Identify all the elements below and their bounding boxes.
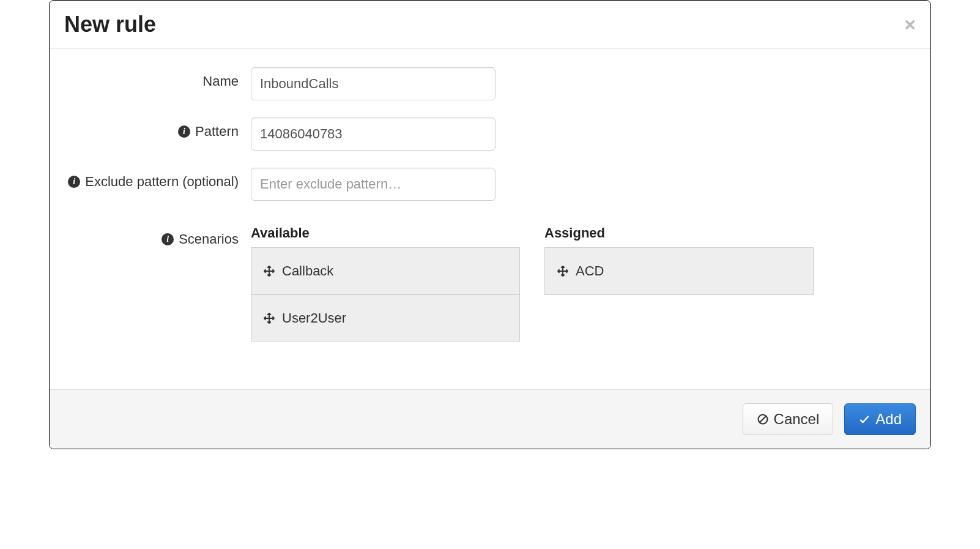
- form-row-exclude-pattern: i Exclude pattern (optional): [64, 168, 916, 201]
- modal-title: New rule: [64, 12, 156, 37]
- cancel-icon: [757, 413, 769, 425]
- form-row-name: Name: [64, 67, 916, 100]
- new-rule-modal: New rule × Name i Pattern i: [49, 0, 931, 449]
- modal-header: New rule ×: [50, 1, 930, 49]
- info-icon[interactable]: i: [68, 176, 80, 188]
- scenarios-container: Available Callback: [251, 225, 916, 342]
- close-icon[interactable]: ×: [904, 15, 916, 34]
- check-icon: [858, 413, 870, 425]
- modal-body: Name i Pattern i Exclude pattern (option…: [50, 49, 930, 389]
- pattern-label: i Pattern: [64, 118, 251, 141]
- scenario-item-user2user[interactable]: User2User: [251, 294, 519, 341]
- add-button[interactable]: Add: [844, 403, 916, 435]
- move-icon: [262, 312, 276, 325]
- scenario-item-acd[interactable]: ACD: [545, 248, 813, 294]
- form-row-pattern: i Pattern: [64, 118, 916, 151]
- available-column: Available Callback: [251, 225, 520, 342]
- form-row-scenarios: i Scenarios Available: [64, 225, 916, 342]
- exclude-pattern-label: i Exclude pattern (optional): [64, 168, 251, 192]
- scenario-item-label: User2User: [282, 310, 346, 326]
- exclude-pattern-input[interactable]: [251, 168, 496, 201]
- info-icon[interactable]: i: [161, 233, 174, 245]
- add-button-label: Add: [875, 411, 902, 428]
- move-icon: [556, 264, 570, 278]
- assigned-column: Assigned ACD: [544, 225, 814, 295]
- move-icon: [262, 264, 276, 278]
- scenario-item-callback[interactable]: Callback: [251, 248, 519, 294]
- available-list: Callback User2User: [251, 247, 520, 342]
- svg-line-1: [760, 416, 766, 422]
- scenario-item-label: Callback: [282, 263, 333, 279]
- name-label: Name: [64, 67, 251, 91]
- scenarios-label: i Scenarios: [64, 225, 251, 249]
- assigned-header: Assigned: [544, 225, 814, 241]
- pattern-input[interactable]: [251, 118, 496, 151]
- modal-footer: Cancel Add: [50, 389, 930, 449]
- available-header: Available: [251, 225, 520, 241]
- assigned-list: ACD: [544, 247, 814, 295]
- name-input[interactable]: [251, 67, 496, 100]
- info-icon[interactable]: i: [178, 125, 190, 138]
- cancel-button[interactable]: Cancel: [743, 403, 834, 435]
- scenario-item-label: ACD: [576, 263, 604, 279]
- cancel-button-label: Cancel: [774, 411, 820, 428]
